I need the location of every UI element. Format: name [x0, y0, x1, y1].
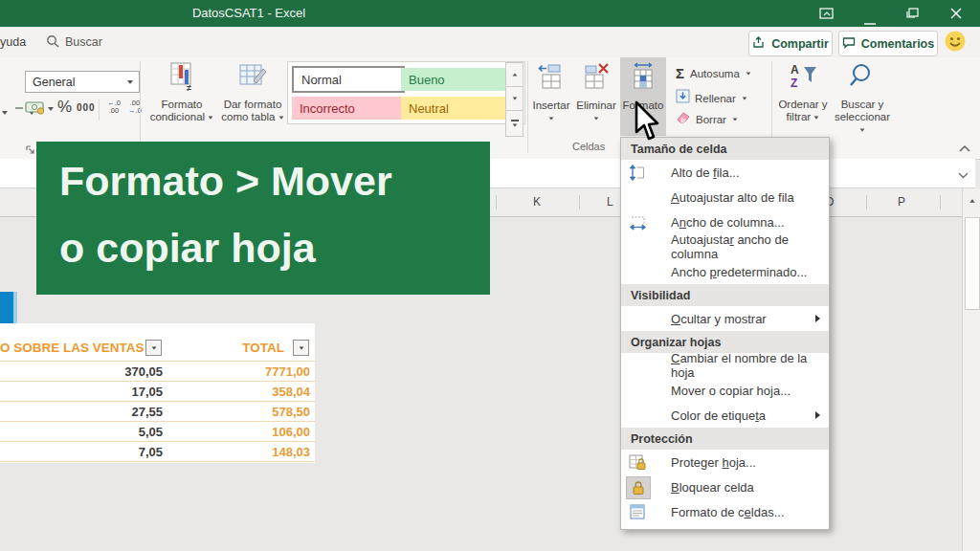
find-select-button[interactable]: Buscar y seleccionar	[831, 61, 894, 136]
table-row[interactable]: 5,05 106,00	[0, 421, 315, 441]
menu-item-autofit-row-height[interactable]: Autoajustar alto de fila	[621, 185, 829, 209]
column-header-l[interactable]: L	[607, 195, 613, 209]
table-row[interactable]: 27,55 578,50	[0, 401, 315, 421]
conditional-formatting-icon: ≠	[167, 61, 196, 96]
menu-item-autofit-column-width[interactable]: Autoajustar ancho de columna	[621, 234, 829, 259]
currency-dropdown-icon[interactable]	[48, 107, 54, 111]
cell-style-neutral[interactable]: Neutral	[401, 97, 508, 120]
currency-format-button[interactable]	[25, 100, 46, 119]
menu-item-column-width[interactable]: Ancho de columna...	[621, 209, 829, 234]
fill-color-icon[interactable]	[15, 107, 23, 109]
sort-z-letter: Z	[791, 77, 797, 90]
styles-scroll-down-icon[interactable]	[505, 86, 523, 111]
format-dropdown-menu: Tamaño de celda Alto de fila... Autoajus…	[620, 137, 830, 530]
divider	[940, 195, 941, 209]
vertical-scrollbar[interactable]	[962, 188, 980, 551]
worksheet-table[interactable]: O SOBRE LAS VENTAS TOTAL 370,05 7771,00 …	[0, 323, 315, 463]
column-header-p[interactable]: P	[898, 195, 905, 209]
fill-button[interactable]: Rellenar	[676, 89, 747, 107]
delete-cells-button[interactable]: Eliminar	[574, 61, 618, 121]
scrollbar-thumb[interactable]	[965, 217, 980, 310]
divider	[527, 61, 528, 153]
blue-chart-fragment	[0, 292, 13, 323]
caption-line-2: o copiar hoja	[59, 214, 490, 281]
scroll-up-icon[interactable]	[963, 188, 980, 213]
cell-value: 5,05	[139, 425, 163, 439]
share-icon	[752, 36, 766, 52]
magnifier-icon	[847, 61, 878, 96]
menu-item-format-cells[interactable]: Formato de celdas...	[621, 499, 829, 524]
ribbon-tab-row: yuda Buscar Compartir Comentarios	[0, 27, 980, 58]
clear-button[interactable]: Borrar	[676, 111, 738, 128]
styles-more-icon[interactable]	[505, 110, 523, 137]
format-as-table-icon	[236, 61, 269, 96]
menu-item-lock-cell[interactable]: Bloquear celda	[621, 474, 829, 499]
conditional-formatting-label-2: condicional	[150, 111, 214, 123]
table-bottom-border	[0, 461, 315, 467]
insert-cells-icon	[537, 61, 566, 96]
cell-value: 27,55	[131, 405, 163, 419]
chevron-down-icon	[594, 117, 599, 120]
borders-dropdown-icon[interactable]	[2, 111, 8, 115]
column-header-k[interactable]: K	[533, 195, 541, 209]
cell-style-bueno[interactable]: Bueno	[401, 68, 508, 91]
smiley-face-icon[interactable]	[944, 30, 968, 57]
restore-window-button[interactable]	[905, 7, 921, 24]
cell-value: 7,05	[139, 445, 163, 459]
submenu-arrow-icon	[815, 411, 820, 419]
conditional-formatting-button[interactable]: ≠ Formato condicional	[145, 61, 218, 123]
menu-item-hide-show[interactable]: Ocultar y mostrar	[621, 306, 829, 331]
find-select-label-1: Buscar y	[841, 99, 884, 111]
number-format-value: General	[26, 76, 127, 89]
autosum-button[interactable]: Σ Autosuma	[676, 65, 751, 81]
blue-chart-fragment-edge	[13, 292, 17, 323]
tab-ayuda[interactable]: yuda	[0, 35, 26, 49]
table-row[interactable]: 17,05 358,04	[0, 381, 315, 401]
expand-formula-bar-icon[interactable]	[957, 166, 969, 184]
cell-value: 17,05	[131, 385, 163, 399]
styles-scroll-up-icon[interactable]	[505, 62, 523, 87]
cell-value: 148,03	[272, 445, 310, 459]
menu-item-rename-sheet[interactable]: Cambiar el nombre de la hoja	[621, 353, 829, 378]
sort-filter-button[interactable]: AZ Ordenar y filtrar	[773, 61, 833, 123]
table-row[interactable]: 370,05 7771,00	[0, 361, 315, 381]
comments-button[interactable]: Comentarios	[838, 31, 938, 56]
menu-item-tab-color[interactable]: Color de etiqueta	[621, 403, 829, 428]
number-format-combo[interactable]: General	[25, 71, 140, 93]
increase-decimal-button[interactable]: ←.0 .00	[104, 99, 123, 115]
protect-sheet-icon	[626, 452, 649, 473]
eraser-icon	[676, 111, 691, 128]
format-as-table-button[interactable]: Dar formato como tabla	[218, 61, 287, 123]
insert-cells-button[interactable]: Insertar	[529, 61, 573, 121]
cell-value: 7771,00	[265, 364, 310, 379]
menu-item-default-width[interactable]: Ancho predeterminado...	[621, 259, 829, 284]
filter-dropdown-icon[interactable]	[145, 340, 162, 356]
mouse-cursor	[634, 100, 662, 144]
ribbon-display-options-icon[interactable]	[819, 7, 835, 24]
percent-style-button[interactable]: %	[57, 98, 72, 117]
collapse-ribbon-icon[interactable]	[958, 140, 971, 157]
cell-style-normal[interactable]: Normal	[292, 66, 405, 93]
cell-value: 358,04	[272, 385, 310, 399]
number-dialog-launcher-icon[interactable]	[26, 142, 35, 159]
comma-style-button[interactable]: 000	[77, 102, 96, 113]
menu-item-protect-sheet[interactable]: Proteger hoja...	[621, 450, 829, 474]
menu-item-row-height[interactable]: Alto de fila...	[621, 160, 829, 185]
row-height-icon	[626, 162, 649, 183]
filter-dropdown-icon[interactable]	[293, 340, 309, 356]
sort-filter-icon: AZ	[787, 61, 819, 96]
cell-value: 370,05	[124, 364, 163, 379]
divider	[140, 61, 141, 153]
search-input[interactable]: Buscar	[65, 35, 102, 49]
chevron-down-icon	[549, 117, 554, 120]
find-select-label-2: seleccionar	[831, 111, 894, 136]
sigma-icon: Σ	[676, 65, 684, 81]
close-button[interactable]	[949, 7, 963, 24]
cell-style-incorrecto[interactable]: Incorrecto	[292, 97, 403, 120]
table-header-ventas: O SOBRE LAS VENTAS	[0, 341, 145, 355]
search-icon	[46, 34, 60, 53]
menu-item-move-copy-sheet[interactable]: Mover o copiar hoja...	[621, 378, 829, 403]
decrease-decimal-button[interactable]: .00 →.0	[125, 99, 145, 115]
share-button[interactable]: Compartir	[748, 31, 833, 56]
table-row[interactable]: 7,05 148,03	[0, 441, 315, 461]
